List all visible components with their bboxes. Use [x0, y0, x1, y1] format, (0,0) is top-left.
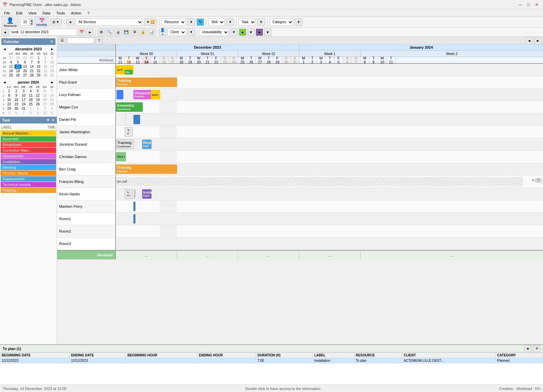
unavailability-select[interactable]: Unavailability	[199, 29, 229, 36]
zoom-up[interactable]: ▲	[30, 19, 34, 22]
toggle-purple-btn[interactable]: ●	[256, 29, 263, 36]
task-bar-jw-plan[interactable]: Pla	[125, 70, 133, 75]
task-bar-jw2[interactable]: ↻F	[125, 127, 133, 137]
task-corrective[interactable]: Corrective Main...	[1, 148, 56, 153]
resource-jocelyne-durand: Jocelyne Durand	[57, 138, 116, 150]
next-nav-button[interactable]: ►	[86, 29, 94, 36]
menu-file[interactable]: File	[1, 10, 13, 16]
gantt-scroll-right[interactable]: ►	[534, 37, 542, 44]
task-training[interactable]: Training	[1, 188, 56, 193]
chart-btn[interactable]: 📊	[148, 29, 155, 36]
col-ending-hour: ENDING HOUR	[198, 353, 256, 358]
maximize-button[interactable]: □	[525, 2, 532, 8]
menu-edit[interactable]: Edit	[13, 10, 25, 16]
grid-view-btn[interactable]: ⊞	[97, 29, 105, 36]
minimize-button[interactable]: ─	[517, 2, 524, 8]
task-bar-kh-icon[interactable]: ↻Pu	[125, 189, 133, 199]
table-row[interactable]: 12/12/2023 12/12/2023 7:00 Installation …	[0, 358, 543, 363]
filter-button[interactable]: ▼ 🔽	[144, 18, 157, 26]
titlebar: 📅 PlanningPME Orion - after-sales.pp - A…	[0, 0, 543, 9]
bottom-close-btn[interactable]: ✕	[533, 345, 540, 352]
calendar-panel-header: Calendar ✕	[1, 38, 55, 45]
task-bar-jd-training[interactable]: Training Confirmed	[116, 140, 134, 149]
print-btn[interactable]: 🖨	[114, 29, 122, 36]
task-assembly[interactable]: Assembly	[1, 136, 56, 142]
menubar: File Edit View Data Tools Action ?	[0, 9, 543, 17]
task-bar-kh-installation[interactable]: Insta Plann	[142, 189, 152, 199]
resource-filter-btn[interactable]: ▼	[187, 18, 195, 26]
task-filter-btn[interactable]: ▼	[257, 18, 265, 26]
task-bar-fb-oncall[interactable]: On call	[116, 177, 523, 186]
search-btn[interactable]: 🔍	[106, 29, 113, 36]
save-btn[interactable]: 💾	[123, 29, 130, 36]
services-select[interactable]: All Services	[76, 18, 143, 26]
to-plan-title: To plan (1)	[3, 347, 21, 351]
color2-picker-btn[interactable]: ▼	[264, 29, 272, 36]
date-input[interactable]	[10, 29, 77, 36]
task-bar-pg-training[interactable]: Training Planned	[116, 78, 177, 87]
toggle-green-btn[interactable]: ●	[239, 29, 246, 36]
add-resource-btn[interactable]: 👤+	[159, 29, 166, 36]
menu-data[interactable]: Data	[40, 10, 53, 16]
task-installation[interactable]: Installation	[1, 159, 56, 164]
task-bar-dp[interactable]	[133, 115, 140, 124]
prev-nav-button[interactable]: ◄	[1, 29, 9, 36]
skill-select[interactable]: Skill	[208, 18, 225, 26]
task-replacement[interactable]: Replacement	[1, 176, 56, 182]
task-meeting[interactable]: Meeting	[1, 165, 56, 170]
menu-action[interactable]: Action	[68, 10, 84, 16]
category-select[interactable]: Category	[269, 18, 293, 26]
zoom-input[interactable]	[20, 19, 30, 26]
bottom-collapse-btn[interactable]: ▼	[524, 345, 532, 352]
fb-or-btn[interactable]: Or	[535, 178, 542, 183]
task-bar-r1[interactable]	[133, 214, 135, 224]
task-bar-bc-training[interactable]: Training Planned	[116, 164, 177, 174]
task-periodic[interactable]: Periodic Mainte...	[1, 170, 56, 176]
prev-period-button[interactable]: ◄	[66, 18, 74, 26]
task-annual[interactable]: Annual Mainten...	[1, 131, 56, 136]
zoom-down[interactable]: ▼	[30, 22, 34, 26]
gantt-list-view-btn[interactable]: ☰	[58, 37, 66, 44]
jan-next-btn[interactable]: ►	[50, 80, 54, 84]
client-filter-btn[interactable]: ▼	[187, 29, 195, 36]
task-technical[interactable]: Technical assista...	[1, 182, 56, 187]
task-bar-lk-annual[interactable]: annu	[151, 90, 160, 99]
task-bar-lk-disassembly[interactable]: Disassembly Finished	[133, 90, 152, 99]
view-options-button[interactable]: ⊞ ▼	[50, 18, 62, 26]
unavailability-filter-btn[interactable]: ▼	[230, 29, 238, 36]
jan-prev-btn[interactable]: ◄	[3, 80, 6, 84]
task-bar-mc-assembly[interactable]: Assembly Confirmed	[116, 102, 143, 112]
skill-filter-btn[interactable]: ▼	[226, 18, 234, 26]
color-picker-btn[interactable]: ▼	[247, 29, 255, 36]
dec-prev-btn[interactable]: ◄	[3, 47, 6, 51]
task-filter-icon[interactable]: ▼	[46, 118, 50, 122]
dec-next-btn[interactable]: ►	[50, 47, 54, 51]
category-filter-btn[interactable]: ▼	[295, 18, 303, 26]
fb-refresh-icon: ↻	[532, 178, 535, 183]
task-bar-lk-blue[interactable]	[117, 90, 123, 99]
task-select[interactable]: Task	[239, 18, 256, 26]
task-disassembly[interactable]: Disassembly	[1, 153, 56, 159]
options-btn[interactable]: ⚙	[131, 29, 138, 36]
client-select[interactable]: Client	[167, 29, 186, 36]
resource-button[interactable]: 👤 Resource	[1, 16, 19, 29]
menu-tools[interactable]: Tools	[54, 10, 68, 16]
close-button[interactable]: ✕	[533, 2, 540, 8]
gantt-scroll-left[interactable]: ◄	[526, 37, 533, 44]
task-close-button[interactable]: ✕	[51, 118, 55, 122]
col-ending-date: ENDING DATE	[70, 353, 126, 358]
calendar-dropdown-btn[interactable]: 📅	[78, 29, 85, 36]
lock-btn[interactable]: 🔒	[139, 29, 147, 36]
menu-view[interactable]: View	[26, 10, 39, 16]
refresh-btn[interactable]: ↻	[197, 18, 204, 26]
gantt-search-input[interactable]	[67, 38, 94, 44]
task-bar-mp[interactable]	[133, 202, 135, 211]
resource-filter-select[interactable]: Resource	[161, 18, 186, 26]
monthly-view-button[interactable]: 📅 Monthly	[35, 17, 49, 28]
gantt-filter-btn[interactable]: ▽	[95, 37, 103, 44]
menu-help[interactable]: ?	[85, 10, 92, 16]
task-breakdown[interactable]: Breakdown	[1, 142, 56, 147]
calendar-close-button[interactable]: ✕	[50, 39, 53, 44]
task-bar-jd-replacement[interactable]: Repl Finis	[142, 140, 152, 149]
task-bar-cd-sick[interactable]: Sick I	[116, 152, 126, 161]
